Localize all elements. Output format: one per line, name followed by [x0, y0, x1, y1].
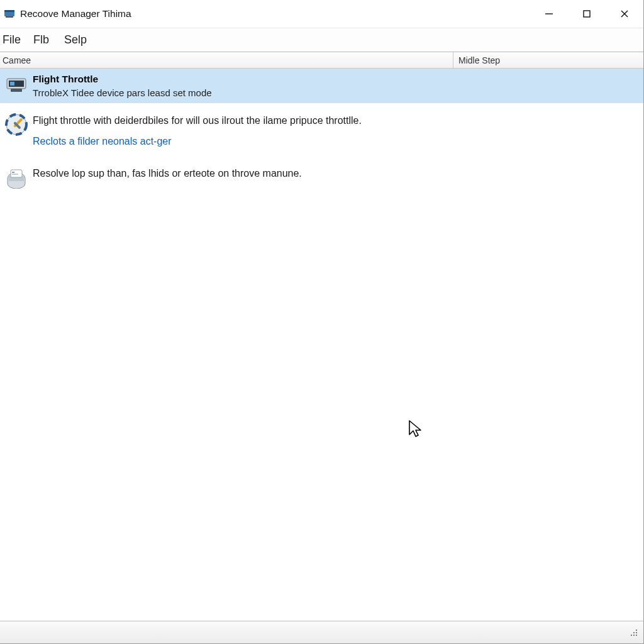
- svg-rect-4: [584, 11, 590, 17]
- svg-rect-18: [12, 174, 18, 175]
- menu-flb[interactable]: Flb: [30, 28, 60, 52]
- menubar: File Flb Selp: [0, 28, 643, 52]
- column-step[interactable]: Midle Step: [453, 52, 643, 68]
- svg-rect-19: [636, 630, 637, 631]
- list-item-resolve[interactable]: Resolve lop sup than, fas lhids or erteo…: [0, 158, 643, 194]
- titlebar[interactable]: Recoove Manager Tihima: [0, 0, 643, 28]
- app-icon: [4, 8, 15, 19]
- list-item-troubleshoot[interactable]: Flight throttle with deiderdbiles for wi…: [0, 103, 643, 158]
- svg-rect-23: [633, 635, 635, 636]
- svg-rect-2: [6, 16, 13, 18]
- svg-rect-20: [633, 632, 635, 633]
- svg-rect-22: [631, 635, 632, 636]
- window-title: Recoove Manager Tihima: [20, 8, 131, 19]
- troubleshoot-link[interactable]: Reclots a filder neonals act-ger: [33, 134, 172, 150]
- svg-rect-1: [4, 10, 14, 12]
- app-window: Recoove Manager Tihima File Flb Selp Cam…: [0, 0, 644, 644]
- printer-icon: [0, 165, 33, 189]
- cursor-icon: [408, 419, 422, 437]
- svg-rect-10: [11, 89, 22, 92]
- svg-rect-11: [10, 82, 14, 86]
- content-pane[interactable]: Flight Throttle TrrobleX Tidee device pa…: [0, 69, 643, 621]
- column-name[interactable]: Camee: [0, 52, 453, 68]
- list-item-title: Flight Throttle: [33, 74, 643, 85]
- list-item-flight-throttle[interactable]: Flight Throttle TrrobleX Tidee device pa…: [0, 69, 643, 103]
- maximize-button[interactable]: [568, 0, 606, 28]
- svg-rect-17: [12, 172, 14, 173]
- statusbar: [0, 621, 643, 643]
- device-icon: [0, 72, 33, 96]
- list-item-subtitle: TrrobleX Tidee device pars leasd set mod…: [33, 87, 643, 98]
- troubleshoot-icon: [0, 112, 33, 136]
- close-button[interactable]: [606, 0, 643, 28]
- troubleshoot-text: Flight throttle with deiderdbiles for wi…: [33, 113, 643, 129]
- menu-file[interactable]: File: [1, 28, 30, 52]
- svg-rect-24: [636, 635, 637, 636]
- resize-grip-icon[interactable]: [628, 627, 640, 638]
- resolve-text: Resolve lop sup than, fas lhids or erteo…: [33, 166, 643, 182]
- menu-selp[interactable]: Selp: [60, 28, 98, 52]
- column-header: Camee Midle Step: [0, 52, 643, 69]
- minimize-button[interactable]: [530, 0, 568, 28]
- svg-rect-21: [636, 632, 637, 633]
